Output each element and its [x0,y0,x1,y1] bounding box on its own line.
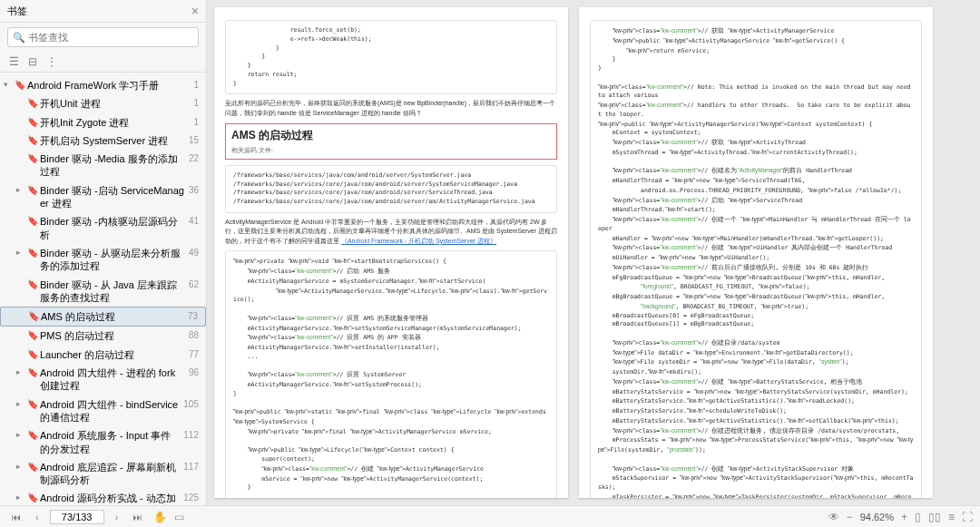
bookmark-icon: 🔖 [27,329,38,341]
code-block: /frameworks/base/services/java/com/andro… [225,165,557,213]
toc-item[interactable]: ▸🔖Android 四大组件 - 进程的 fork 创建过程96 [0,364,206,395]
fullscreen-icon[interactable]: ⛶ [962,511,973,523]
toc-item-page: 41 [189,215,199,227]
bookmark-icon: 🔖 [27,492,38,503]
two-page-icon[interactable]: ▯▯ [928,511,941,523]
bookmark-icon: 🔖 [27,348,38,360]
chevron-icon: ▸ [16,399,25,410]
toc-item-page: 62 [189,278,199,290]
hand-tool-icon[interactable]: ✋ [153,511,167,523]
link[interactable]: 《Android Framework - 开机启动 SystemServer 进… [341,238,496,244]
bookmark-icon: 🔖 [27,461,38,473]
zoom-level: 94.62% [860,512,894,522]
toc-item-label: Launcher 的启动过程 [40,348,185,361]
toc-item[interactable]: ▸🔖Android 系统服务 - Input 事件的分发过程112 [0,426,206,458]
code-block: "kw-priv">class="kw-comment">// 获取 "kw-t… [590,20,922,498]
sidebar-title: 书签 [7,5,27,18]
toc-item-label: Android 源码分析实战 - 动态加载修复 so 库 [40,492,180,505]
toc-item-label: Binder 驱动 -启动 ServiceManager 进程 [40,184,185,210]
toc-item-label: Binder 驱动 - 从 Java 层来跟踪服务的查找过程 [40,278,185,305]
bookmark-icon: 🔖 [27,134,38,146]
close-icon[interactable]: × [191,4,199,18]
toc-item-page: 49 [189,247,199,259]
bookmark-icon: 🔖 [27,398,38,410]
toc-item-page: 88 [189,329,199,341]
chevron-icon: ▸ [16,430,25,441]
toc-list: ▾🔖Android FrameWork 学习手册1🔖开机Unit 进程1🔖开机I… [0,73,206,505]
toc-item[interactable]: 🔖开机启动 SystemServer 进程15 [0,132,206,150]
toc-item[interactable]: ▸🔖Android 四大组件 - bindService 的通信过程105 [0,395,206,427]
bookmark-icon: 🔖 [27,152,38,164]
document-viewport: result.force_set(b); e->refs->decWeak(th… [207,0,980,505]
toc-item[interactable]: ▸🔖Android 底层追踪 - 屏幕刷新机制源码分析117 [0,458,206,490]
body-text: 至此所有的源码已分析完毕，最终获取返回的系统服务(AMS)是 new BpBin… [225,99,557,118]
toc-item-label: Binder 驱动 -内核驱动层源码分析 [40,215,185,241]
toc-item-page: 73 [188,310,198,322]
toc-item-label: Android FrameWork 学习手册 [27,79,190,92]
toc-item[interactable]: 🔖Launcher 的启动过程77 [0,346,206,364]
bookmark-icon: 🔖 [28,310,39,322]
toc-item-label: Binder 驱动 -Media 服务的添加过程 [40,152,185,179]
toc-item-label: Android 系统服务 - Input 事件的分发过程 [40,429,180,455]
toc-item[interactable]: 🔖开机Init Zygote 进程1 [0,113,206,132]
toc-item[interactable]: 🔖开机Unit 进程1 [0,94,206,112]
toc-item-page: 22 [189,152,199,164]
expand-all-icon[interactable]: ☰ [9,55,19,68]
toc-item-page: 1 [193,79,199,91]
toc-item[interactable]: 🔖PMS 的启动过程88 [0,327,206,345]
toc-item-label: 开机Init Zygote 进程 [40,116,190,129]
more-icon[interactable]: ⋮ [46,55,57,68]
bookmark-icon: 🔖 [27,278,38,290]
next-page-icon[interactable]: › [112,512,122,522]
chevron-icon: ▸ [16,248,25,259]
single-page-icon[interactable]: ▯ [915,511,921,523]
toc-item[interactable]: 🔖Binder 驱动 -内核驱动层源码分析41 [0,212,206,244]
section-subheading: 相关源码 文件: [231,146,551,155]
zoom-in-icon[interactable]: + [901,511,907,523]
body-text: ActivityManagerService 是 Android 中非常重要的一… [225,218,557,247]
last-page-icon[interactable]: ⏭ [129,512,146,522]
bookmark-icon: 🔖 [27,116,38,128]
code-block: result.force_set(b); e->refs->decWeak(th… [225,20,557,94]
toc-item-page: 117 [183,461,199,473]
toc-item-page: 1 [193,116,199,128]
toc-item-label: PMS 的启动过程 [40,329,185,342]
bookmarks-sidebar: 书签 × 🔍 ☰ ⊟ ⋮ ▾🔖Android FrameWork 学习手册1🔖开… [0,0,207,505]
toc-item-label: Android 四大组件 - bindService 的通信过程 [40,398,180,425]
chevron-icon: ▸ [16,185,25,196]
toc-item[interactable]: ▸🔖Android 源码分析实战 - 动态加载修复 so 库125 [0,489,206,505]
toc-item-page: 105 [183,398,199,410]
toc-item-page: 15 [189,134,199,146]
bookmark-search-input[interactable] [7,27,199,47]
toc-item[interactable]: 🔖AMS 的启动过程73 [0,307,206,327]
status-bar: ⏮ ‹ › ⏭ ✋ ▭ 👁 − 94.62% + ▯ ▯▯ ≡ ⛶ [0,505,980,527]
code-block: "kw-priv">private "kw-priv">void "kw-fn"… [225,250,557,498]
toc-item[interactable]: ▸🔖Binder 驱动 - 从驱动层来分析服务的添加过程49 [0,244,206,276]
toc-item-page: 112 [183,429,199,441]
toc-item-page: 125 [183,492,199,503]
bookmark-icon: 🔖 [27,97,38,109]
toc-item[interactable]: ▾🔖Android FrameWork 学习手册1 [0,76,206,94]
toc-item-label: AMS 的启动过程 [41,310,184,323]
sidebar-tools: ☰ ⊟ ⋮ [0,52,206,73]
prev-page-icon[interactable]: ‹ [32,512,43,522]
toc-item-label: 开机Unit 进程 [40,97,190,110]
toc-item-label: Android 底层追踪 - 屏幕刷新机制源码分析 [40,461,180,487]
chevron-icon: ▾ [4,80,13,91]
view-mode-icon[interactable]: 👁 [828,511,839,523]
zoom-out-icon[interactable]: − [847,511,853,523]
bookmark-icon: 🔖 [27,247,38,259]
toc-item-label: 开机启动 SystemServer 进程 [40,134,185,147]
select-tool-icon[interactable]: ▭ [174,511,184,523]
chevron-icon: ▸ [16,462,25,473]
first-page-icon[interactable]: ⏮ [7,512,24,522]
collapse-all-icon[interactable]: ⊟ [28,55,37,68]
toc-item[interactable]: 🔖Binder 驱动 - 从 Java 层来跟踪服务的查找过程62 [0,276,206,307]
page-input[interactable] [50,510,104,524]
toc-item[interactable]: ▸🔖Binder 驱动 -启动 ServiceManager 进程36 [0,181,206,213]
toc-item-label: Binder 驱动 - 从驱动层来分析服务的添加过程 [40,247,185,273]
toc-item[interactable]: 🔖Binder 驱动 -Media 服务的添加过程22 [0,150,206,181]
bookmark-icon: 🔖 [27,184,38,196]
continuous-icon[interactable]: ≡ [948,511,955,523]
toc-item-page: 1 [193,97,199,109]
